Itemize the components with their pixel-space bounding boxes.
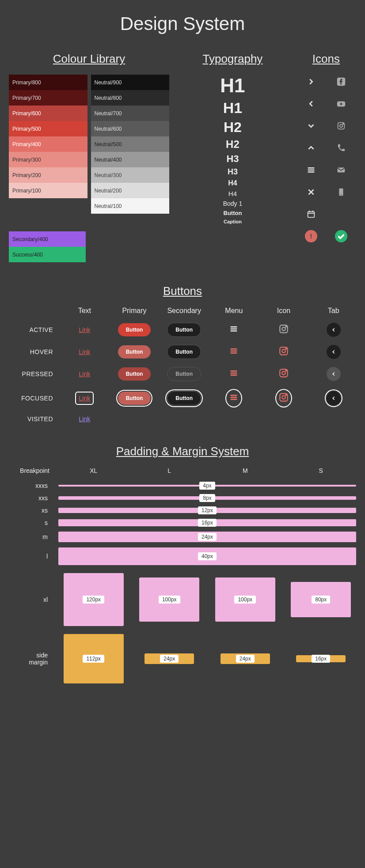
- menu-button[interactable]: [229, 368, 239, 380]
- youtube-icon: [326, 97, 356, 111]
- typography-sample: H1: [220, 75, 245, 97]
- secondary-button[interactable]: Button: [167, 391, 201, 405]
- typography-sample: Button: [224, 210, 242, 216]
- link-button[interactable]: Link: [79, 415, 90, 423]
- icon-button[interactable]: [278, 367, 289, 381]
- primary-button[interactable]: Button: [118, 345, 151, 359]
- link-button[interactable]: Link: [79, 348, 90, 355]
- col-header: Icon: [277, 307, 290, 315]
- success-icon: [326, 229, 356, 243]
- neutral-swatches: Neutral/900Neutral/800Neutral/700Neutral…: [91, 75, 170, 214]
- menu-button[interactable]: [229, 346, 239, 358]
- colour-heading: Colour Library: [9, 52, 169, 66]
- tab-button[interactable]: [327, 391, 341, 405]
- typography-sample: Body 1: [223, 200, 243, 207]
- spacing-value: 12px: [198, 506, 217, 514]
- typography-sample: H2: [224, 119, 242, 136]
- icon-button[interactable]: [275, 389, 292, 408]
- error-icon: !: [296, 229, 326, 243]
- size-label: sidemargin: [9, 652, 53, 666]
- svg-point-40: [282, 396, 285, 399]
- spacing-value: 40px: [198, 552, 217, 560]
- svg-point-41: [285, 395, 286, 396]
- tab-button[interactable]: [327, 345, 341, 359]
- swatch: Success/400: [9, 247, 86, 262]
- spacing-value: 100px: [234, 596, 256, 604]
- primary-swatches: Primary/800Primary/700Primary/600Primary…: [9, 75, 87, 214]
- chevron-right-icon: [296, 75, 326, 89]
- xl-spacing-box: 80px: [291, 582, 351, 617]
- row-label: HOVER: [30, 348, 57, 355]
- spacing-value: 112px: [83, 655, 104, 663]
- svg-point-4: [340, 125, 342, 127]
- icons-heading: Icons: [296, 52, 356, 66]
- menu-button[interactable]: [229, 324, 239, 336]
- spacing-section: Padding & Margin System Breakpoint XL L …: [9, 445, 356, 683]
- xl-spacing-box: 100px: [139, 577, 199, 622]
- swatch: Neutral/200: [91, 183, 170, 198]
- size-label: xl: [9, 596, 53, 603]
- primary-button[interactable]: Button: [118, 392, 151, 405]
- menu-icon: [296, 163, 326, 177]
- swatch: Primary/400: [9, 136, 87, 152]
- svg-point-22: [282, 327, 285, 331]
- size-label: l: [9, 553, 53, 560]
- buttons-heading: Buttons: [9, 284, 356, 298]
- swatch: Neutral/900: [91, 75, 170, 90]
- margin-spacing-box: 24px: [144, 653, 194, 664]
- row-label: FOCUSED: [21, 395, 57, 402]
- size-label: m: [9, 533, 53, 540]
- swatch: Neutral/400: [91, 152, 170, 167]
- typography-section: Typography H1H1H2H2H3H3H4H4Body 1ButtonC…: [182, 52, 283, 262]
- col-header: Primary: [122, 307, 146, 315]
- svg-point-35: [285, 370, 286, 371]
- chevron-up-icon: [296, 141, 326, 155]
- facebook-icon: [326, 75, 356, 89]
- tab-button[interactable]: [327, 367, 341, 381]
- link-button[interactable]: Link: [79, 395, 90, 402]
- primary-button[interactable]: Button: [118, 367, 151, 381]
- swatch: Neutral/600: [91, 121, 170, 136]
- typography-heading: Typography: [182, 52, 283, 66]
- typography-sample: H1: [223, 99, 242, 117]
- margin-spacing-box: 112px: [64, 634, 124, 683]
- spacing-value: 120px: [83, 596, 104, 604]
- xl-spacing-box: 120px: [64, 573, 124, 626]
- swatch: Neutral/700: [91, 106, 170, 121]
- row-label: ACTIVE: [29, 326, 57, 333]
- menu-button[interactable]: [225, 389, 242, 408]
- svg-point-34: [282, 371, 285, 375]
- swatch: Neutral/500: [91, 136, 170, 152]
- colour-library-section: Colour Library Primary/800Primary/700Pri…: [9, 52, 169, 262]
- typography-sample: H2: [226, 138, 240, 151]
- svg-point-28: [282, 349, 285, 353]
- svg-point-13: [341, 194, 342, 195]
- icon-button[interactable]: [278, 345, 289, 359]
- xl-spacing-box: 100px: [215, 577, 275, 622]
- mail-icon: [326, 163, 356, 177]
- link-button[interactable]: Link: [79, 370, 90, 377]
- bp-s: S: [286, 467, 357, 474]
- typography-sample: H4: [228, 190, 237, 197]
- swatch: Primary/200: [9, 167, 87, 183]
- spacing-value: 8px: [199, 494, 215, 502]
- secondary-button[interactable]: Button: [167, 323, 201, 337]
- smartphone-icon: [326, 185, 356, 199]
- secondary-button[interactable]: Button: [167, 367, 201, 381]
- icon-button[interactable]: [278, 323, 289, 336]
- tab-button[interactable]: [327, 323, 341, 337]
- secondary-button[interactable]: Button: [167, 345, 201, 359]
- swatch: Secondary/400: [9, 231, 86, 247]
- link-button[interactable]: Link: [79, 326, 90, 333]
- chevron-down-icon: [296, 119, 326, 133]
- spacing-value: 24px: [236, 655, 255, 663]
- typography-sample: Caption: [224, 219, 242, 224]
- primary-button[interactable]: Button: [118, 323, 151, 336]
- phone-icon: [326, 141, 356, 155]
- col-header: Text: [78, 307, 91, 315]
- bp-m: M: [210, 467, 281, 474]
- spacing-value: 80px: [312, 596, 330, 604]
- size-label: s: [9, 519, 53, 526]
- swatch: Primary/500: [9, 121, 87, 136]
- close-icon: [296, 185, 326, 199]
